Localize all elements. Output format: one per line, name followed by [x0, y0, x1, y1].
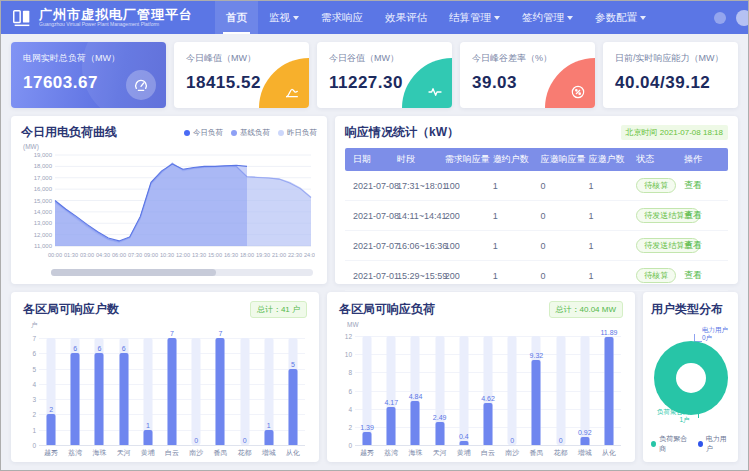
- svg-text:22:30: 22:30: [288, 252, 302, 258]
- view-link[interactable]: 查看: [684, 210, 702, 220]
- y-tick-label: 3: [23, 396, 36, 403]
- svg-text:19:30: 19:30: [256, 252, 270, 258]
- user-type-legend-item-0[interactable]: 负荷聚合商: [651, 434, 690, 454]
- user-type-title: 用户类型分布: [651, 301, 723, 318]
- bar-value: 0.92: [578, 429, 592, 436]
- donut-hole: [676, 363, 706, 393]
- table-cell: 2021-07-08: [345, 171, 393, 201]
- y-tick-label: 0: [23, 442, 36, 449]
- kpi-value: 40.04/39.12: [615, 73, 726, 93]
- table-header: 操作: [680, 148, 728, 171]
- bar-value: 11.89: [600, 329, 617, 336]
- table-row: 2021-07-0814:11~14:41200101待发送结算单查看: [345, 201, 728, 231]
- nav-item-0[interactable]: 首页: [215, 1, 258, 34]
- user-type-legend-item-1[interactable]: 电力用户: [698, 434, 730, 454]
- district-users-unit: 户: [31, 321, 307, 330]
- kpi-label: 电网实时总负荷（MW）: [23, 52, 154, 65]
- bar-column-增城: 1增城: [257, 330, 281, 458]
- nav-item-2[interactable]: 需求响应: [310, 1, 374, 34]
- bar-value: 1.39: [360, 424, 374, 431]
- brand: 广州市虚拟电厂管理平台 Guangzhou Virtual Power Plan…: [11, 7, 193, 29]
- category-label: 增城: [578, 448, 592, 458]
- bar: [264, 430, 273, 445]
- main-nav: 首页监视需求响应效果评估结算管理签约管理参数配置: [215, 1, 657, 34]
- category-label: 从化: [286, 448, 300, 458]
- table-header: 状态: [632, 148, 680, 171]
- svg-text:06:00: 06:00: [112, 252, 126, 258]
- bar: [411, 401, 420, 445]
- nav-item-label: 首页: [226, 11, 247, 25]
- nav-item-label: 结算管理: [449, 11, 491, 25]
- view-link[interactable]: 查看: [684, 270, 702, 280]
- table-header: 需求响应量: [441, 148, 489, 171]
- response-table-title: 响应情况统计（kW）: [345, 124, 459, 141]
- bar-value: 5: [291, 361, 295, 368]
- district-load-total-badge: 总计：40.04 MW: [549, 301, 623, 318]
- svg-text:12:00: 12:00: [176, 252, 190, 258]
- app-title: 广州市虚拟电厂管理平台: [39, 8, 193, 21]
- chart-zoom-slider[interactable]: [51, 269, 313, 276]
- table-cell: 0: [537, 231, 585, 261]
- bar-value: 1: [267, 422, 271, 429]
- table-cell: 1: [489, 231, 537, 261]
- gauge-icon: [126, 70, 156, 100]
- svg-text:17,000: 17,000: [34, 175, 53, 181]
- logo-icon: [11, 7, 33, 29]
- chevron-down-icon: [640, 16, 646, 20]
- donut-label-aggregator: 负荷聚合商 1户: [657, 408, 690, 424]
- view-link[interactable]: 查看: [684, 240, 702, 250]
- bar-column-从化: 5从化: [281, 330, 305, 458]
- kpi-label: 日前/实时响应能力（MW）: [615, 52, 726, 65]
- nav-item-3[interactable]: 效果评估: [374, 1, 438, 34]
- table-header: 邀约户数: [489, 148, 537, 171]
- table-cell: 0: [537, 201, 585, 231]
- bar-value: 4.84: [409, 393, 423, 400]
- bar-column-荔湾: 6荔湾: [63, 330, 87, 458]
- kpi-card-4: 日前/实时响应能力（MW）40.04/39.12: [603, 42, 738, 108]
- category-label: 南沙: [189, 448, 203, 458]
- bar: [387, 407, 396, 445]
- category-label: 黄埔: [141, 448, 155, 458]
- category-label: 天河: [117, 448, 131, 458]
- bar-column-白云: 7白云: [160, 330, 184, 458]
- nav-item-5[interactable]: 签约管理: [511, 1, 584, 34]
- nav-item-6[interactable]: 参数配置: [584, 1, 657, 34]
- legend-label: 负荷聚合商: [659, 434, 689, 454]
- legend-item-2[interactable]: 昨日负荷: [278, 128, 317, 138]
- legend-label: 昨日负荷: [287, 128, 317, 138]
- svg-text:18:00: 18:00: [240, 252, 254, 258]
- category-label: 番禺: [213, 448, 227, 458]
- view-link[interactable]: 查看: [684, 180, 702, 190]
- y-tick-label: 4: [339, 405, 352, 412]
- legend-item-0[interactable]: 今日负荷: [184, 128, 223, 138]
- load-curve-chart: 11,00012,00013,00014,00015,00016,00017,0…: [21, 150, 315, 268]
- kpi-card-2: 今日谷值（MW）11227.30: [317, 42, 452, 108]
- svg-text:11,000: 11,000: [34, 243, 53, 249]
- table-cell: 14:11~14:41: [393, 201, 441, 231]
- notification-icon[interactable]: [714, 12, 726, 24]
- donut-chart: [654, 341, 728, 415]
- bar-value: 0: [243, 437, 247, 444]
- svg-text:13:30: 13:30: [192, 252, 206, 258]
- bar-column-黄埔: 1黄埔: [136, 330, 160, 458]
- nav-item-4[interactable]: 结算管理: [438, 1, 511, 34]
- bar-column-番禺: 9.32番禺: [524, 328, 548, 458]
- bar-column-番禺: 7番禺: [208, 330, 232, 458]
- table-cell: 1: [489, 171, 537, 201]
- bar-column-天河: 6天河: [112, 330, 136, 458]
- table-header: 应邀户数: [584, 148, 632, 171]
- avatar[interactable]: [736, 10, 749, 26]
- bar-column-花都: 0花都: [233, 330, 257, 458]
- table-cell: 1: [489, 261, 537, 291]
- table-row: 2021-07-0115:29~15:59200101待核算查看: [345, 261, 728, 291]
- app-window: 广州市虚拟电厂管理平台 Guangzhou Virtual Power Plan…: [0, 0, 749, 471]
- user-type-card: 用户类型分布 电力用户 0户 负荷聚合商 1户 负荷聚合商电力用户: [643, 292, 738, 462]
- bar-column-白云: 4.62白云: [476, 328, 500, 458]
- chart-zoom-thumb[interactable]: [51, 269, 216, 276]
- legend-item-1[interactable]: 基线负荷: [231, 128, 270, 138]
- nav-item-1[interactable]: 监视: [258, 1, 310, 34]
- district-users-total-badge: 总计：41 户: [250, 301, 307, 318]
- table-cell: 17:31~18:01: [393, 171, 441, 201]
- nav-item-label: 需求响应: [321, 11, 363, 25]
- table-cell: 15:29~15:59: [393, 261, 441, 291]
